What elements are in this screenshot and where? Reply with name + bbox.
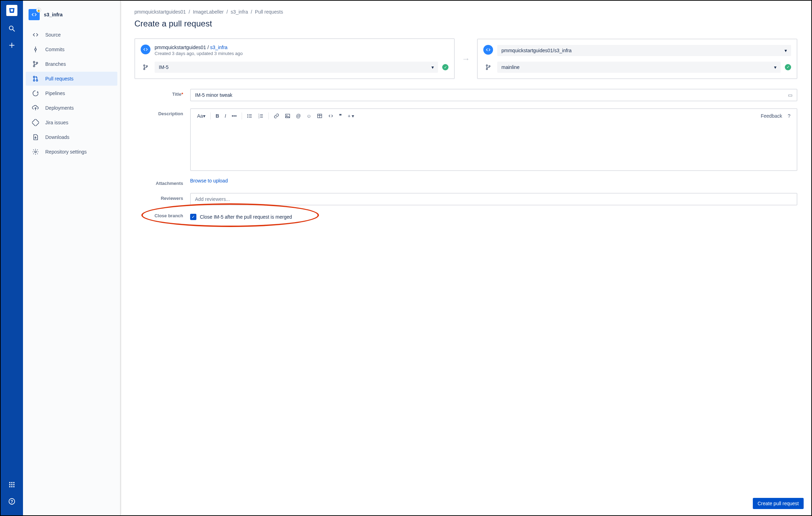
search-icon (8, 25, 16, 32)
crumb-owner[interactable]: pmmquickstartguides01 (134, 9, 186, 15)
nav-label: Repository settings (45, 149, 87, 155)
sidebar-item-jira-issues[interactable]: Jira issues (26, 116, 117, 130)
close-branch-checkbox[interactable]: ✓ (190, 214, 196, 220)
chevron-down-icon: ▾ (431, 64, 434, 70)
sidebar-item-branches[interactable]: Branches (26, 57, 117, 71)
attachments-row: Attachments Browse to upload (134, 178, 797, 186)
svg-point-37 (247, 117, 248, 118)
code-icon (143, 47, 148, 52)
editor-toolbar: Aa ▾ B I ••• 123 @ ☺ (191, 109, 797, 123)
mention-button[interactable]: @ (294, 112, 303, 120)
sidebar-item-pipelines[interactable]: Pipelines (26, 86, 117, 100)
source-repo-link[interactable]: s3_infra (210, 45, 228, 50)
nav-label: Pipelines (45, 91, 65, 96)
branches-icon (31, 60, 40, 68)
dest-repo-select[interactable]: pmmquickstartguides01/s3_infra ▾ (497, 45, 791, 56)
sidebar-item-deployments[interactable]: Deployments (26, 101, 117, 115)
svg-point-30 (143, 68, 145, 70)
branch-selection-row: pmmquickstartguides01 / s3_infra Created… (134, 38, 797, 79)
table-button[interactable] (315, 112, 325, 120)
source-repo-avatar (141, 45, 150, 54)
nav-label: Branches (45, 61, 66, 67)
bitbucket-logo[interactable] (6, 5, 17, 16)
more-formatting-button[interactable]: ••• (229, 112, 239, 120)
insert-more-button[interactable]: + ▾ (345, 112, 356, 120)
reviewers-input[interactable]: Add reviewers... (190, 193, 797, 205)
svg-point-48 (287, 115, 288, 116)
bullet-list-icon (247, 113, 252, 119)
svg-point-0 (9, 26, 13, 30)
dest-branch-select[interactable]: mainline ▾ (497, 62, 781, 73)
sidebar-item-source[interactable]: Source (26, 28, 117, 42)
branch-icon (483, 64, 493, 70)
title-label: Title* (134, 89, 190, 101)
text-styles-button[interactable]: Aa ▾ (195, 112, 208, 120)
arrow-right-icon: → (462, 54, 470, 64)
table-icon (317, 113, 322, 119)
svg-point-20 (36, 62, 38, 64)
sidebar-item-pull-requests[interactable]: Pull requests (26, 72, 117, 86)
sidebar-item-downloads[interactable]: Downloads (26, 130, 117, 144)
code-button[interactable] (326, 112, 336, 120)
image-button[interactable] (283, 112, 292, 120)
nav-label: Source (45, 32, 61, 38)
description-row: Description Aa ▾ B I ••• 123 (134, 108, 797, 171)
title-input[interactable]: IM-5 minor tweak ▭ (190, 89, 797, 101)
create-button[interactable] (5, 38, 19, 52)
description-editor[interactable]: Aa ▾ B I ••• 123 @ ☺ (190, 108, 797, 171)
branch-icon (141, 64, 150, 70)
editor-help-button[interactable]: ? (786, 112, 793, 120)
create-pull-request-button[interactable]: Create pull request (753, 498, 804, 509)
svg-point-34 (489, 65, 490, 67)
source-branch-select[interactable]: IM-5 ▾ (155, 62, 438, 73)
svg-point-22 (33, 80, 35, 81)
global-nav-rail: ? (1, 1, 23, 515)
svg-rect-8 (11, 484, 12, 485)
chevron-down-icon: ▾ (784, 48, 787, 53)
reviewers-label: Reviewers (134, 193, 190, 205)
repo-sidebar: 🔒 s3_infra Source Commits Branches Pull … (23, 1, 120, 515)
link-icon (274, 113, 279, 119)
emoji-button[interactable]: ☺ (304, 112, 313, 120)
numbered-list-button[interactable]: 123 (256, 112, 266, 120)
close-branch-label: Close branch (134, 212, 190, 221)
sidebar-item-commits[interactable]: Commits (26, 42, 117, 56)
search-button[interactable] (5, 22, 19, 36)
deployments-icon (31, 104, 40, 112)
numbered-list-icon: 123 (258, 113, 264, 119)
help-button[interactable]: ? (5, 494, 19, 508)
jira-icon (31, 118, 40, 127)
nav-label: Jira issues (45, 120, 68, 125)
code-icon (31, 12, 37, 17)
italic-button[interactable]: I (222, 112, 228, 120)
crumb-repo[interactable]: s3_infra (231, 9, 248, 15)
svg-text:?: ? (10, 499, 13, 504)
apps-button[interactable] (5, 478, 19, 492)
dest-repo-value: pmmquickstartguides01/s3_infra (501, 48, 572, 53)
page-title: Create a pull request (134, 19, 797, 29)
dest-status-success-icon: ✓ (785, 64, 791, 70)
svg-point-19 (33, 65, 35, 67)
bullet-list-button[interactable] (245, 112, 255, 120)
svg-rect-4 (9, 482, 10, 483)
image-icon (285, 113, 290, 119)
quote-button[interactable]: ❞ (337, 112, 344, 120)
lock-icon: 🔒 (36, 8, 41, 13)
chevron-down-icon: ▾ (774, 64, 776, 70)
svg-rect-9 (13, 484, 14, 485)
link-button[interactable] (272, 112, 281, 120)
source-owner: pmmquickstartguides01 (155, 45, 206, 50)
svg-rect-26 (32, 119, 39, 126)
contact-card-icon[interactable]: ▭ (788, 92, 793, 98)
crumb-sep: / (189, 9, 190, 15)
source-meta: Created 3 days ago, updated 3 minutes ag… (155, 51, 243, 56)
feedback-link[interactable]: Feedback (759, 112, 784, 120)
crumb-project[interactable]: ImageLabeller (193, 9, 224, 15)
sidebar-item-repository-settings[interactable]: Repository settings (26, 145, 117, 159)
browse-upload-link[interactable]: Browse to upload (190, 178, 228, 183)
bold-button[interactable]: B (213, 112, 221, 120)
close-branch-row: Close branch ✓ Close IM-5 after the pull… (134, 212, 797, 221)
svg-point-18 (33, 61, 35, 63)
crumb-section[interactable]: Pull requests (255, 9, 283, 15)
repo-header[interactable]: 🔒 s3_infra (23, 6, 120, 27)
